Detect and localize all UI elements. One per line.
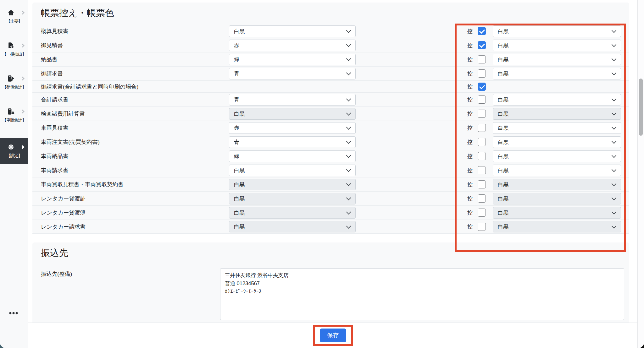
copy-color-select[interactable]: 白黒 (493, 122, 621, 134)
color-select-value: 赤 (234, 42, 239, 49)
gear-icon (8, 144, 14, 152)
color-select[interactable]: 白黒 (229, 207, 356, 219)
file-export-icon (8, 42, 14, 50)
copy-color-select[interactable]: 白黒 (493, 179, 621, 190)
color-select-value: 赤 (234, 124, 239, 132)
form-row: 概算見積書 白黒 控 白黒 (32, 24, 629, 38)
copy-color-select-value: 白黒 (498, 70, 508, 77)
copy-label: 控 (467, 42, 473, 49)
form-row-label: 概算見積書 (32, 27, 229, 35)
chevron-right-icon (20, 109, 25, 115)
color-select-value: 青 (234, 139, 239, 146)
copy-checkbox[interactable] (478, 180, 486, 188)
form-row: 車両請求書 白黒 控 白黒 (32, 163, 629, 177)
color-select-value: 青 (234, 96, 239, 103)
form-row-label: 御請求書 (32, 70, 229, 77)
save-button[interactable]: 保存 (320, 329, 346, 342)
copy-checkbox[interactable] (478, 138, 486, 146)
form-color-section: 帳票控え・帳票色 概算見積書 白黒 控 白黒 御見積書 赤 控 白黒 納品書 (32, 3, 629, 234)
sidebar-item-settings[interactable]: 【設定】 (0, 138, 28, 164)
copy-color-select-value: 白黒 (498, 56, 508, 63)
color-select[interactable]: 白黒 (229, 108, 356, 120)
form-row-label: レンタカー貸渡証 (32, 195, 229, 202)
copy-group: 控 白黒 (467, 136, 621, 148)
copy-checkbox[interactable] (478, 55, 486, 63)
copy-checkbox[interactable] (478, 223, 486, 231)
copy-color-select[interactable]: 白黒 (493, 108, 621, 120)
sidebar-item-car-sales-summary[interactable]: 【車販集計】 (0, 105, 28, 126)
copy-label: 控 (467, 139, 473, 146)
form-row: 御請求書(合計請求書と同時印刷の場合) 控 (32, 80, 629, 92)
form-row: 車両注文書(売買契約書) 青 控 白黒 (32, 135, 629, 149)
copy-color-select[interactable]: 白黒 (493, 94, 621, 106)
copy-label: 控 (467, 167, 473, 174)
copy-checkbox[interactable] (478, 110, 486, 118)
color-select[interactable]: 赤 (229, 122, 356, 134)
form-row-label: 車両注文書(売買契約書) (32, 138, 229, 146)
copy-color-select[interactable]: 白黒 (493, 193, 621, 204)
copy-color-select[interactable]: 白黒 (493, 221, 621, 232)
sidebar-item-batch-extract[interactable]: 【一括抽出】 (0, 39, 28, 60)
copy-label: 控 (467, 124, 473, 132)
form-row: レンタカー貸渡簿 白黒 控 白黒 (32, 205, 629, 220)
form-row-label: 車両見積書 (32, 124, 229, 132)
color-select-value: 緑 (234, 153, 239, 160)
form-row-label: 車両買取見積書・車両買取契約書 (32, 181, 229, 188)
scrollbar-thumb[interactable] (639, 79, 643, 136)
color-select[interactable]: 白黒 (229, 179, 356, 190)
copy-color-select[interactable]: 白黒 (493, 136, 621, 148)
copy-checkbox[interactable] (478, 69, 486, 78)
form-row-label: 車両納品書 (32, 152, 229, 160)
sidebar-item-label: 【車販集計】 (0, 117, 28, 123)
sidebar-item-service-summary[interactable]: 【整備集計】 (0, 72, 28, 93)
color-select[interactable]: 白黒 (229, 165, 356, 176)
copy-group: 控 白黒 (467, 25, 621, 37)
color-select[interactable]: 白黒 (229, 221, 356, 232)
bank-field-label: 振込先(整備) (32, 268, 220, 278)
copy-checkbox[interactable] (478, 95, 486, 104)
copy-checkbox[interactable] (478, 124, 486, 132)
copy-color-select[interactable]: 白黒 (493, 165, 621, 176)
copy-color-select-value: 白黒 (498, 42, 508, 49)
form-row-label: 合計請求書 (32, 96, 229, 103)
form-row: レンタカー貸渡証 白黒 控 白黒 (32, 191, 629, 205)
sidebar-item-main[interactable]: 【主要】 (0, 6, 28, 27)
copy-color-select[interactable]: 白黒 (493, 54, 621, 65)
copy-color-select[interactable]: 白黒 (493, 40, 621, 51)
copy-label: 控 (467, 83, 473, 90)
color-select[interactable]: 緑 (229, 150, 356, 162)
copy-color-select-value: 白黒 (498, 139, 508, 146)
sidebar-divider (0, 169, 28, 169)
copy-color-select-value: 白黒 (498, 153, 508, 160)
copy-color-select[interactable]: 白黒 (493, 25, 621, 37)
copy-color-select-value: 白黒 (498, 223, 508, 230)
color-select[interactable]: 赤 (229, 40, 356, 51)
color-select-value: 白黒 (234, 195, 245, 202)
copy-checkbox[interactable] (478, 27, 486, 35)
copy-checkbox[interactable] (478, 83, 486, 91)
copy-color-select-value: 白黒 (498, 167, 508, 174)
copy-color-select[interactable]: 白黒 (493, 207, 621, 219)
chevron-right-icon (20, 76, 25, 82)
copy-color-select[interactable]: 白黒 (493, 150, 621, 162)
copy-group: 控 白黒 (467, 108, 621, 120)
copy-label: 控 (467, 153, 473, 160)
color-select[interactable]: 白黒 (229, 193, 356, 204)
color-select[interactable]: 青 (229, 136, 356, 148)
color-select[interactable]: 白黒 (229, 25, 356, 37)
color-select[interactable]: 青 (229, 94, 356, 106)
color-select[interactable]: 青 (229, 68, 356, 79)
copy-checkbox[interactable] (478, 209, 486, 217)
copy-checkbox[interactable] (478, 41, 486, 49)
more-options-button[interactable] (9, 310, 18, 316)
form-row: 車両買取見積書・車両買取契約書 白黒 控 白黒 (32, 177, 629, 191)
copy-checkbox[interactable] (478, 166, 486, 174)
copy-label: 控 (467, 181, 473, 188)
copy-checkbox[interactable] (478, 194, 486, 203)
copy-color-select[interactable]: 白黒 (493, 68, 621, 79)
copy-group: 控 白黒 (467, 193, 621, 204)
bank-account-textarea[interactable]: 三井住友銀行 渋谷中央支店 普通 01234567 ｶ）ｴｰﾋﾞｰｼｰﾓｰﾀｰｽ (220, 268, 624, 320)
copy-checkbox[interactable] (478, 152, 486, 160)
color-select[interactable]: 緑 (229, 54, 356, 65)
scrollbar-track[interactable] (637, 0, 644, 348)
